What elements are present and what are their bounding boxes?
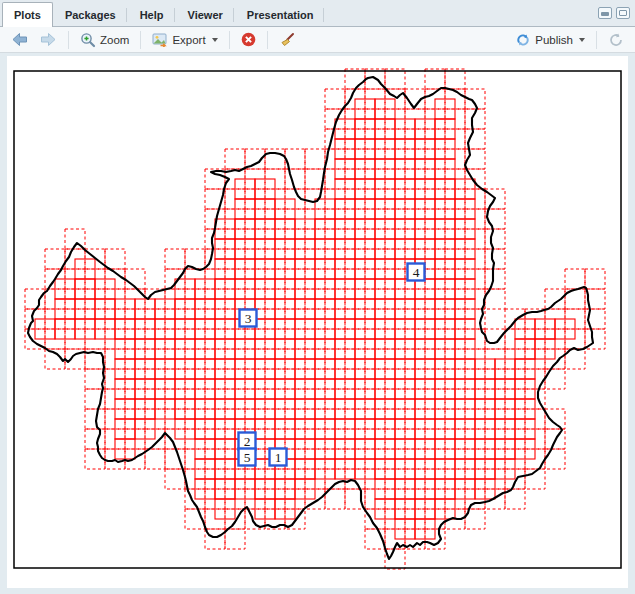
forward-button[interactable] (35, 30, 62, 49)
tab-label: Packages (65, 9, 116, 21)
back-button[interactable] (6, 30, 33, 49)
refresh-button[interactable] (603, 30, 629, 50)
toolbar-separator (140, 31, 141, 49)
export-button[interactable]: Export (147, 31, 222, 49)
point-label-text: 1 (275, 450, 282, 465)
export-icon (152, 33, 168, 47)
tab-label: Help (140, 9, 164, 21)
zoom-button[interactable]: Zoom (75, 30, 134, 50)
tab-plots[interactable]: Plots (2, 2, 53, 27)
tab-viewer[interactable]: Viewer (176, 3, 235, 26)
maximize-pane-button[interactable] (616, 7, 630, 19)
plot-area: 12345 (0, 53, 635, 594)
clear-plots-icon (279, 32, 295, 48)
export-label: Export (172, 34, 205, 46)
tab-packages[interactable]: Packages (53, 3, 128, 26)
point-label-text: 2 (244, 434, 251, 449)
tab-presentation[interactable]: Presentation (235, 3, 326, 26)
pane-window-buttons (598, 7, 630, 19)
tab-label: Viewer (188, 9, 223, 21)
forward-icon (40, 32, 57, 47)
publish-caret-icon (579, 38, 585, 42)
toolbar-separator (596, 31, 597, 49)
zoom-icon (80, 32, 96, 48)
publish-button[interactable]: Publish (510, 30, 590, 50)
toolbar-separator (267, 31, 268, 49)
tab-help[interactable]: Help (128, 3, 176, 26)
plots-toolbar: Zoom Export Publish (0, 27, 635, 53)
tab-label: Plots (14, 9, 41, 21)
seoul-grid-map-plot: 12345 (0, 53, 635, 594)
publish-icon (515, 32, 531, 48)
pane-tab-bar: Plots Packages Help Viewer Presentation (0, 0, 635, 27)
export-caret-icon (212, 38, 218, 42)
toolbar-separator (68, 31, 69, 49)
minimize-icon (601, 12, 609, 16)
point-label-text: 4 (413, 265, 420, 280)
remove-plot-button[interactable] (236, 30, 261, 49)
point-label-text: 3 (245, 311, 252, 326)
minimize-pane-button[interactable] (598, 7, 612, 19)
tab-label: Presentation (247, 9, 314, 21)
maximize-icon (619, 10, 627, 16)
zoom-label: Zoom (100, 34, 129, 46)
clear-plots-button[interactable] (274, 30, 300, 50)
refresh-icon (608, 32, 624, 48)
publish-label: Publish (535, 34, 573, 46)
back-icon (11, 32, 28, 47)
remove-plot-icon (241, 32, 256, 47)
point-label-text: 5 (244, 450, 251, 465)
toolbar-separator (229, 31, 230, 49)
